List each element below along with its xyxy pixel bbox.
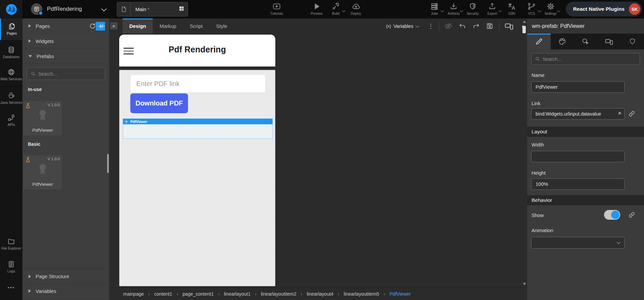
prefab-search-input[interactable]: [38, 71, 101, 77]
breadcrumb-item[interactable]: linearlayoutitem5: [344, 291, 379, 297]
breadcrumb-item[interactable]: linearlayout1: [224, 291, 250, 297]
topbar-action-tutorials[interactable]: Tutorials: [266, 2, 287, 15]
move-icon: [124, 120, 128, 124]
globe-icon: [0, 68, 22, 76]
breadcrumb-item[interactable]: linearlayoutitem2: [261, 291, 296, 297]
prefab-card-pdfviewer[interactable]: V 1.0.0 PdfViewer: [24, 101, 62, 135]
page-tab-main[interactable]: Main*: [117, 2, 188, 16]
search-icon: [535, 56, 540, 61]
height-field[interactable]: [531, 178, 625, 190]
more-options-icon[interactable]: •••: [0, 285, 22, 290]
activity-item-databases[interactable]: Databases: [0, 46, 22, 59]
hide-widgets-icon[interactable]: [444, 22, 453, 30]
activity-item-java-services[interactable]: Java Services: [0, 92, 22, 105]
chevron-down-icon: [416, 24, 419, 27]
pdf-link-input[interactable]: [130, 75, 266, 93]
translate-icon: [501, 2, 522, 11]
properties-search-input[interactable]: [543, 56, 636, 62]
redo-icon[interactable]: [472, 22, 480, 30]
topbar-action-settings[interactable]: Settings: [540, 2, 561, 15]
caret-right-icon: [29, 39, 31, 43]
explorer-section-widgets[interactable]: Widgets: [22, 34, 109, 49]
scroll-down-icon[interactable]: [523, 283, 526, 285]
prefab-search[interactable]: [27, 68, 105, 80]
width-field[interactable]: [531, 151, 625, 162]
tab-style[interactable]: Style: [209, 18, 234, 34]
tab-script[interactable]: Script: [183, 18, 209, 34]
wavemaker-logo[interactable]: [0, 0, 22, 18]
variables-dropdown[interactable]: {x} Variables: [386, 24, 419, 29]
api-nodes-icon: [0, 114, 22, 122]
device-preview-icon[interactable]: [504, 22, 514, 31]
tab-events[interactable]: [574, 34, 597, 49]
bind-link-icon[interactable]: [628, 110, 635, 117]
name-field[interactable]: [531, 81, 625, 93]
animation-select[interactable]: [531, 237, 625, 249]
topbar-action-artifacts[interactable]: Artifacts: [443, 2, 464, 15]
tab-devices[interactable]: [597, 34, 621, 49]
add-prefab-icon[interactable]: [99, 23, 106, 30]
breadcrumb-item[interactable]: linearlayout4: [307, 291, 333, 297]
properties-search[interactable]: [531, 53, 640, 65]
undo-icon[interactable]: [458, 22, 466, 30]
project-chevron-down-icon[interactable]: [101, 6, 107, 12]
clear-link-icon[interactable]: ×: [618, 110, 622, 117]
tab-properties[interactable]: [527, 34, 551, 49]
topbar-action-i18n[interactable]: I18N: [501, 2, 522, 15]
widget-selection-body[interactable]: [123, 124, 273, 139]
name-field-label: Name: [532, 73, 545, 78]
more-menu-icon[interactable]: ⋮: [428, 23, 434, 30]
caret-down-icon: [29, 55, 32, 57]
project-icon[interactable]: [31, 3, 42, 15]
properties-tabs: [527, 34, 644, 49]
topbar-action-security[interactable]: Security: [462, 2, 484, 15]
scroll-up-icon[interactable]: [523, 20, 526, 23]
topbar-action-deploy[interactable]: Deploy: [345, 2, 367, 15]
show-toggle[interactable]: [604, 210, 620, 220]
tab-design[interactable]: Design: [123, 18, 153, 34]
divider: [439, 22, 440, 31]
explorer-section-prefabs[interactable]: Prefabs: [22, 49, 109, 64]
activity-item-logs[interactable]: Logs: [0, 260, 22, 273]
react-native-plugins-button[interactable]: React Native Plugins SK: [566, 2, 642, 16]
tab-security[interactable]: [620, 34, 644, 49]
activity-item-apis[interactable]: APIs: [0, 114, 22, 127]
activity-item-file-explorer[interactable]: File Explorer: [0, 238, 22, 251]
refresh-prefabs-icon[interactable]: [89, 23, 96, 30]
breadcrumb-item[interactable]: page_content1: [183, 291, 214, 297]
canvas-scrollbar[interactable]: [522, 20, 526, 295]
user-avatar[interactable]: SK: [629, 3, 640, 15]
tab-styles[interactable]: [551, 34, 574, 49]
save-icon[interactable]: [486, 22, 494, 30]
explorer-scrollbar[interactable]: [107, 154, 109, 173]
collapse-left-panel-button[interactable]: «: [110, 22, 118, 30]
experimental-flask-icon: [25, 102, 31, 110]
topbar-action-vcs[interactable]: VCS: [521, 2, 542, 15]
divider: [499, 22, 500, 31]
breadcrumb-item[interactable]: mainpage: [123, 291, 144, 297]
search-icon: [31, 71, 36, 76]
bind-show-icon[interactable]: [628, 211, 635, 218]
tab-markup[interactable]: Markup: [153, 18, 183, 34]
scrollbar-thumb[interactable]: [522, 26, 526, 33]
database-icon: [0, 46, 22, 54]
preview-page-content[interactable]: Download PDF PdfViewer: [119, 70, 275, 286]
activity-item-pages[interactable]: Pages: [0, 18, 22, 40]
log-file-icon: [0, 260, 22, 268]
explorer-section-page-structure[interactable]: Page Structure: [22, 269, 109, 284]
explorer-section-variables[interactable]: Variables: [22, 284, 109, 299]
selected-widget-pdfviewer[interactable]: PdfViewer: [123, 119, 273, 139]
topbar-action-preview[interactable]: Preview: [306, 2, 327, 15]
topbar-action-jobs[interactable]: Jobs: [424, 2, 445, 15]
topbar-action-export[interactable]: Export: [481, 2, 503, 15]
animation-field-label: Animation: [532, 228, 553, 233]
breadcrumb-item[interactable]: content1: [154, 291, 172, 297]
activity-item-web-services[interactable]: Web Services: [0, 68, 22, 81]
widget-selection-bar[interactable]: PdfViewer: [123, 119, 273, 124]
prefab-card-pdfviewer[interactable]: V 1.0.0 PdfViewer: [24, 155, 62, 189]
link-field[interactable]: [531, 108, 625, 120]
grid-view-icon[interactable]: [179, 6, 184, 13]
download-pdf-button[interactable]: Download PDF: [130, 93, 188, 113]
breadcrumb-item-active[interactable]: PdfViewer: [389, 291, 411, 297]
topbar-action-build[interactable]: Build: [325, 2, 347, 15]
